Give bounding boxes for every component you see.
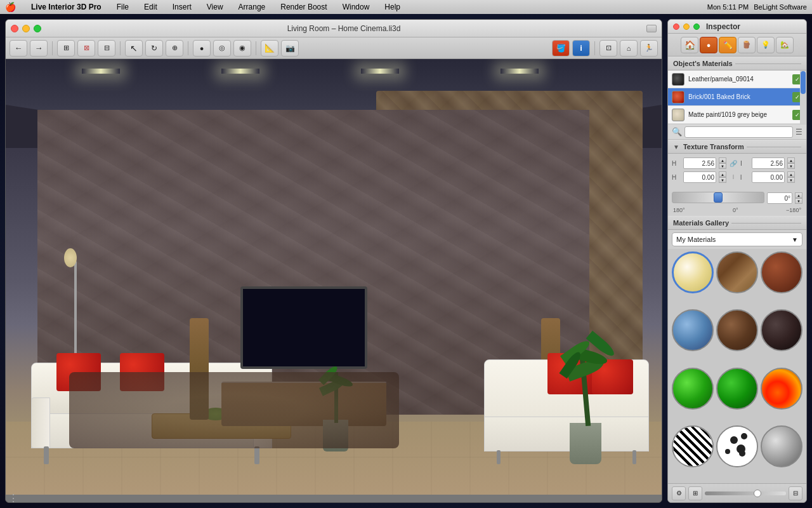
scale-x-stepper[interactable]: ▲ ▼ <box>719 157 726 169</box>
angle-stepper[interactable]: ▲ ▼ <box>795 192 802 204</box>
viewport[interactable]: ⋮ <box>6 59 662 502</box>
materials-list: Leather/pamela_09014 ✓ Brick/001 Baked B… <box>668 70 806 124</box>
offset-y-down[interactable]: ▼ <box>787 177 795 183</box>
inspector-tab-house[interactable]: 🏡 <box>776 37 794 53</box>
export-button[interactable]: ⊞ <box>688 486 702 500</box>
inspector-tab-object[interactable]: 🏠 <box>681 37 698 53</box>
horizontal-scrollbar[interactable]: ⋮ <box>6 495 662 502</box>
inspector-tab-light[interactable]: 💡 <box>757 37 775 53</box>
angle-thumb[interactable] <box>714 192 723 203</box>
move-tool[interactable]: ⊕ <box>166 40 183 57</box>
back-button[interactable]: ← <box>10 40 27 57</box>
inspector-tab-wood[interactable]: 🪵 <box>738 37 756 53</box>
import-button[interactable]: ⊟ <box>789 486 802 500</box>
materials-button[interactable]: 🪣 <box>552 40 570 57</box>
inspector-max[interactable] <box>693 23 700 30</box>
floorplan-button[interactable]: ⊞ <box>57 40 75 57</box>
angle-value[interactable]: 0° <box>767 192 792 204</box>
materials-scrollbar[interactable] <box>800 70 806 124</box>
menubar-render-boost[interactable]: Render Boost <box>278 3 329 11</box>
inspector-tab-materials[interactable]: ● <box>700 37 717 53</box>
gallery-item-ivory[interactable] <box>672 251 714 293</box>
gallery-section-header: Materials Gallery <box>668 216 806 230</box>
link-icon[interactable]: 🔗 <box>729 159 738 168</box>
zoom-slider-thumb[interactable] <box>754 490 761 497</box>
texture-transform-controls: H 2.56 ▲ ▼ 🔗 I 2.56 ▲ ▼ H 0.00 ▲ <box>668 154 806 189</box>
gallery-item-dark[interactable] <box>761 309 802 351</box>
measure-button[interactable]: 📐 <box>261 40 278 57</box>
frame-button[interactable]: ⊡ <box>599 40 617 57</box>
offset-y-stepper[interactable]: ▲ ▼ <box>787 171 795 183</box>
maximize-button[interactable] <box>34 25 41 32</box>
angle-slider[interactable] <box>672 192 764 203</box>
offset-x-up[interactable]: ▲ <box>719 171 726 177</box>
material-item-matte[interactable]: Matte paint/1019 grey beige ✓ <box>668 106 806 124</box>
apple-menu[interactable]: 🍎 <box>5 2 16 12</box>
menubar-app-name[interactable]: Live Interior 3D Pro <box>29 3 104 11</box>
camera-button[interactable]: 📷 <box>281 40 299 57</box>
angle-down[interactable]: ▼ <box>795 198 802 204</box>
inspector-tab-texture[interactable]: ✏️ <box>719 37 737 53</box>
gallery-dropdown[interactable]: My Materials ▼ <box>672 232 802 246</box>
menubar-help[interactable]: Help <box>382 3 403 11</box>
filter-menu-icon[interactable]: ☰ <box>796 128 802 137</box>
gallery-item-spots[interactable] <box>716 425 758 467</box>
view3d-button[interactable]: ⊠ <box>77 40 95 57</box>
gallery-item-fire[interactable] <box>761 368 802 410</box>
material-item-leather[interactable]: Leather/pamela_09014 ✓ <box>668 70 806 88</box>
menubar-view[interactable]: View <box>204 3 226 11</box>
inspector-min[interactable] <box>683 23 690 30</box>
offset-y-input[interactable]: 0.00 <box>752 171 785 183</box>
menubar-file[interactable]: File <box>114 3 131 11</box>
scale-y-input[interactable]: 2.56 <box>752 157 785 169</box>
window-resize-button[interactable] <box>646 25 657 32</box>
material-item-brick[interactable]: Brick/001 Baked Brick ✓ <box>668 88 806 106</box>
search-icon: 🔍 <box>672 127 682 137</box>
offset-x-label: H <box>672 174 681 181</box>
scale-x-up[interactable]: ▲ <box>719 157 726 163</box>
forward-button[interactable]: → <box>30 40 48 57</box>
point-mode[interactable]: ● <box>193 40 211 57</box>
gallery-item-zebra[interactable] <box>672 425 714 467</box>
angle-up[interactable]: ▲ <box>795 192 802 198</box>
minimize-button[interactable] <box>22 25 30 32</box>
inspector-close[interactable] <box>673 23 679 30</box>
sofa-leg-fl <box>44 446 49 464</box>
offset-x-input[interactable]: 0.00 <box>683 171 716 183</box>
gear-button[interactable]: ⚙ <box>672 486 686 500</box>
menubar-arrange[interactable]: Arrange <box>236 3 268 11</box>
rotate-tool[interactable]: ↻ <box>145 40 163 57</box>
sofa-arm-left <box>31 398 50 448</box>
scale-x-down[interactable]: ▼ <box>719 163 726 169</box>
scale-y-stepper[interactable]: ▲ ▼ <box>787 157 795 169</box>
close-button[interactable] <box>11 25 18 32</box>
material-search-input[interactable] <box>684 126 793 138</box>
splitview-button[interactable]: ⊟ <box>98 40 115 57</box>
scale-x-input[interactable]: 2.56 <box>683 157 716 169</box>
gallery-item-metal[interactable] <box>761 425 802 467</box>
offset-x-down[interactable]: ▼ <box>719 177 726 183</box>
home-view-button[interactable]: ⌂ <box>620 40 638 57</box>
offset-y-up[interactable]: ▲ <box>787 171 795 177</box>
select-tool[interactable]: ↖ <box>125 40 143 57</box>
gallery-item-brick[interactable] <box>761 251 802 293</box>
scale-y-up[interactable]: ▲ <box>787 157 795 163</box>
offset-x-stepper[interactable]: ▲ ▼ <box>719 171 726 183</box>
gallery-item-wood1[interactable] <box>716 251 758 293</box>
gallery-item-water[interactable] <box>672 309 714 351</box>
zoom-slider[interactable] <box>705 491 786 495</box>
gallery-item-green1[interactable] <box>672 368 714 410</box>
gallery-grid <box>668 249 806 483</box>
pan-mode[interactable]: ◉ <box>233 40 251 57</box>
menubar-edit[interactable]: Edit <box>141 3 160 11</box>
material-name-brick: Brick/001 Baked Brick <box>688 93 789 100</box>
link-icon-2: l <box>729 173 738 182</box>
scale-y-down[interactable]: ▼ <box>787 163 795 169</box>
gallery-item-green2[interactable] <box>716 368 758 410</box>
menubar-insert[interactable]: Insert <box>170 3 194 11</box>
gallery-item-brown[interactable] <box>716 309 758 351</box>
menubar-window[interactable]: Window <box>340 3 372 11</box>
info-button[interactable]: i <box>572 40 590 57</box>
walkthrough-button[interactable]: 🏃 <box>640 40 658 57</box>
orbit-mode[interactable]: ◎ <box>213 40 231 57</box>
